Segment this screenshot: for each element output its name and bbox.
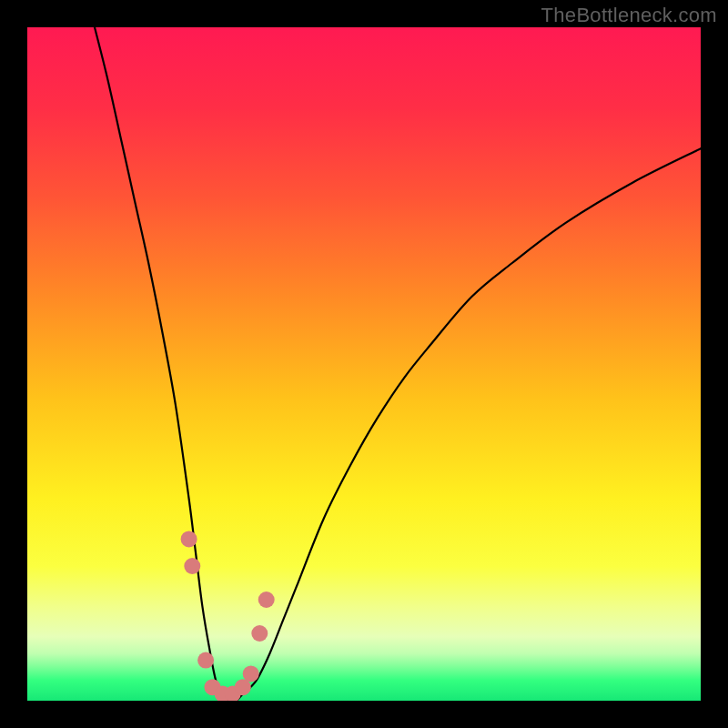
gradient-background: [27, 27, 701, 701]
marker-dot: [251, 625, 268, 642]
plot-area: [27, 27, 701, 701]
marker-dot: [181, 531, 197, 547]
marker-dot: [243, 665, 259, 682]
marker-dot: [197, 652, 214, 669]
watermark-text: TheBottleneck.com: [541, 4, 717, 27]
marker-dot: [258, 592, 275, 608]
chart-frame: TheBottleneck.com: [0, 0, 728, 728]
marker-dot: [184, 558, 200, 574]
bottleneck-chart: [27, 27, 701, 701]
